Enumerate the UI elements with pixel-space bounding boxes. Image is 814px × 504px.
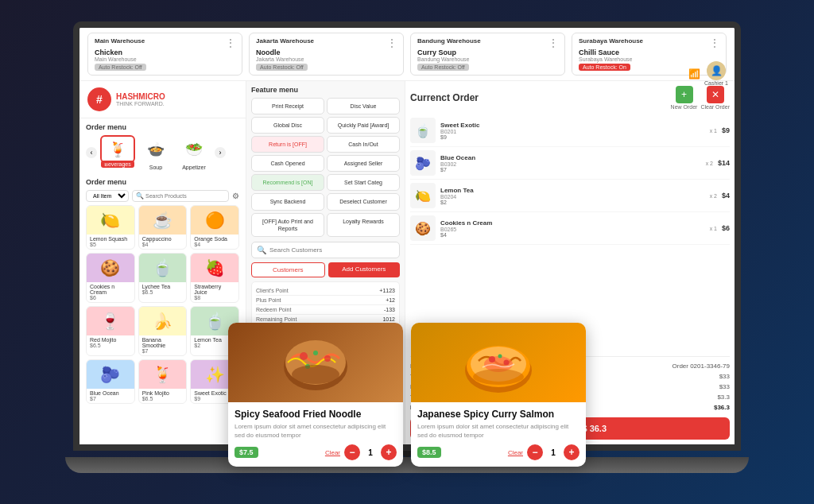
order-item-lemon-squash[interactable]: 🍋 Lemon Squash $5 <box>86 205 135 250</box>
product-card-body-noodle: Spicy Seafood Fried Noodle Lorem ipsum d… <box>228 402 403 467</box>
warehouse-item-surabaya: Chilli Sauce <box>579 48 719 56</box>
order-line-img-lemon: 🍋 <box>410 183 436 208</box>
warehouse-title-surabaya: Surabaya Warehouse <box>579 37 643 47</box>
curry-qty: 1 <box>547 448 560 457</box>
order-line-info-cookies: Cookies n Cream B0265 $4 <box>440 219 705 238</box>
feature-btn-paid[interactable]: Quickly Paid [Award] <box>327 117 400 134</box>
feature-btn-deselect[interactable]: Deselect Customer <box>327 193 400 210</box>
order-line-img-sweet: 🍵 <box>410 118 436 143</box>
warehouse-title-jakarta: Jakarta Warehouse <box>256 37 314 47</box>
svg-point-3 <box>324 355 331 362</box>
feature-btn-seller[interactable]: Assigned Seller <box>327 155 400 172</box>
warehouse-badge-surabaya: Auto Restock: On <box>579 64 630 71</box>
order-line-info-sweet: Sweet Exotic B0201 $9 <box>440 122 705 140</box>
feature-btn-categ[interactable]: Set Start Categ <box>327 174 400 191</box>
noodle-qty: 1 <box>364 448 377 457</box>
point-row-plus: Plus Point +12 <box>256 296 395 305</box>
logo-sub: THINK FORWARD. <box>116 101 165 107</box>
feature-btn-global[interactable]: Global Disc <box>251 117 324 134</box>
point-row-redeem: Redeem Point -133 <box>256 305 395 315</box>
customer-tabs: Customers Add Customers <box>251 262 400 277</box>
cat-arrow-right[interactable]: › <box>215 147 226 158</box>
cashier-label: Cashier 1 <box>704 80 728 86</box>
warehouse-bar: Main Warehouse ⋮ Chicken Main Warehouse … <box>79 28 735 81</box>
feature-btn-loyalty[interactable]: Loyalty Rewards <box>327 213 400 237</box>
feature-btn-cash-opened[interactable]: Cash Opened <box>251 155 324 172</box>
pos-logo: # HASHMICRO THINK FORWARD. <box>79 81 246 118</box>
feature-menu-title: Feature menu <box>251 86 400 94</box>
curry-plus-button[interactable]: + <box>564 444 579 460</box>
order-panel-header: Currenct Order + New Order ✕ Clear Order <box>410 86 730 110</box>
order-line-img-blue: 🫐 <box>410 150 436 176</box>
order-item-blue-ocean[interactable]: 🫐 Blue Ocean $7 <box>86 359 135 404</box>
noodle-price: $7.5 <box>235 447 258 458</box>
order-section: Order menu All Item 🔍 ⚙ <box>79 175 246 444</box>
warehouse-menu-main[interactable]: ⋮ <box>226 37 235 48</box>
order-item-strawberry[interactable]: 🍓 Strawberry Juice $8 <box>190 253 239 303</box>
product-card-noodle: Spicy Seafood Fried Noodle Lorem ipsum d… <box>228 323 403 467</box>
feature-btn-return[interactable]: Return is [OFF] <box>251 136 324 153</box>
order-filters: All Item 🔍 ⚙ <box>86 190 239 202</box>
feature-btn-auto-print[interactable]: [OFF] Auto Print and Reports <box>251 213 324 237</box>
category-section: Order menu ‹ 🍹 Beverages <box>79 118 246 175</box>
product-cards: Spicy Seafood Fried Noodle Lorem ipsum d… <box>228 323 586 467</box>
category-item-soup[interactable]: 🍲 Soup <box>138 135 173 170</box>
svg-point-12 <box>504 359 510 365</box>
customer-search: 🔍 <box>251 242 400 258</box>
new-order-button[interactable]: + New Order <box>671 86 698 110</box>
order-line-lemon-tea: 🍋 Lemon Tea B0204 $2 x 2 $4 <box>410 180 730 212</box>
order-item-cappuccino[interactable]: ☕ Cappuccino $4 <box>138 205 188 250</box>
warehouse-menu-surabaya[interactable]: ⋮ <box>710 37 719 48</box>
avatar: 👤 <box>707 61 726 80</box>
warehouse-item-main: Chicken <box>95 48 235 56</box>
noodle-clear-button[interactable]: Clear <box>325 449 340 456</box>
wifi-icon: 📶 <box>688 68 700 79</box>
tab-add-customers[interactable]: Add Customers <box>328 262 401 277</box>
customer-search-input[interactable] <box>269 246 394 254</box>
noodle-minus-button[interactable]: − <box>344 444 360 460</box>
curry-minus-button[interactable]: − <box>527 444 543 460</box>
top-right-area: 📶 👤 Cashier 1 <box>688 61 728 86</box>
order-item-red-mojito[interactable]: 🍷 Red Mojito $6.5 <box>86 306 135 356</box>
svg-point-4 <box>313 351 318 355</box>
clear-order-label: Clear Order <box>700 104 730 110</box>
warehouse-title-main: Main Warehouse <box>95 37 145 47</box>
clear-order-button[interactable]: ✕ Clear Order <box>700 86 730 110</box>
noodle-desc: Lorem ipsum dolor sit amet consectetur a… <box>235 422 397 440</box>
new-order-icon: + <box>676 86 693 103</box>
svg-point-13 <box>498 354 502 358</box>
noodle-illustration <box>276 323 355 402</box>
feature-btn-sync[interactable]: Sync Backend <box>251 193 324 210</box>
category-item-beverages[interactable]: 🍹 Beverages <box>100 135 135 170</box>
curry-clear-button[interactable]: Clear <box>508 449 523 456</box>
warehouse-item-bandung: Curry Soup <box>417 48 558 56</box>
filter-select[interactable]: All Item <box>86 190 129 202</box>
feature-btn-cash-inout[interactable]: Cash In/Out <box>327 136 400 153</box>
category-img-beverages: 🍹 <box>100 135 135 163</box>
laptop-frame: Main Warehouse ⋮ Chicken Main Warehouse … <box>65 21 749 483</box>
noodle-actions: Clear − 1 + <box>325 444 397 460</box>
order-item-cookies[interactable]: 🍪 Cookies n Cream $6 <box>86 253 135 303</box>
search-input[interactable] <box>145 193 225 199</box>
pos-sidebar: # HASHMICRO THINK FORWARD. Order menu ‹ <box>79 81 246 444</box>
point-row-client: Client's Point +1123 <box>256 286 395 296</box>
category-item-appetizer[interactable]: 🥗 Appetizer <box>176 135 211 170</box>
noodle-plus-button[interactable]: + <box>381 444 397 460</box>
warehouse-card-jakarta: Jakarta Warehouse ⋮ Noodle Jakarta Wareh… <box>249 33 404 76</box>
order-item-orange-soda[interactable]: 🟠 Orange Soda $4 <box>190 205 239 250</box>
warehouse-menu-jakarta[interactable]: ⋮ <box>387 37 397 48</box>
warehouse-menu-bandung[interactable]: ⋮ <box>548 37 558 48</box>
feature-btn-print[interactable]: Print Receipt <box>251 98 324 114</box>
warehouse-badge-bandung: Auto Restock: Off <box>417 64 469 71</box>
order-item-pink-mojito[interactable]: 🍹 Pink Mojito $6.5 <box>138 359 188 404</box>
search-icon: 🔍 <box>136 192 144 200</box>
cat-arrow-left[interactable]: ‹ <box>86 147 97 158</box>
tab-customers[interactable]: Customers <box>251 262 325 277</box>
svg-point-14 <box>473 369 524 385</box>
feature-btn-disc[interactable]: Disc Value <box>327 98 400 114</box>
feature-btn-recommend[interactable]: Recommend is [ON] <box>251 174 324 191</box>
order-item-lychee-tea[interactable]: 🍵 Lychee Tea $6.5 <box>138 253 188 303</box>
filter-icon[interactable]: ⚙ <box>232 192 239 200</box>
order-item-banana[interactable]: 🍌 Banana Smoothie $7 <box>138 306 188 356</box>
product-card-img-curry <box>411 323 586 402</box>
